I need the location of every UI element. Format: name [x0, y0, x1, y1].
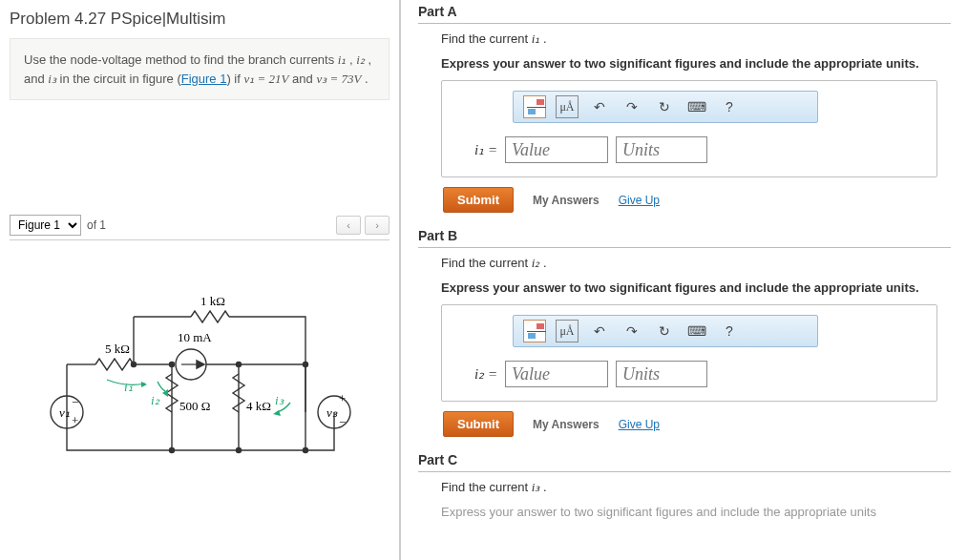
var: i₁	[532, 31, 540, 46]
t: Find the current	[441, 256, 532, 270]
figure-toolbar: Figure 1 of 1 ‹ ›	[10, 215, 389, 240]
label-5k: 5 kΩ	[105, 342, 130, 356]
part-b-submit-button[interactable]: Submit	[443, 411, 514, 437]
svg-point-9	[304, 448, 308, 453]
var: i₂	[532, 256, 540, 270]
part-b-title: Part B	[418, 228, 951, 248]
help-icon[interactable]: ?	[718, 95, 741, 118]
svg-text:−: −	[339, 415, 346, 429]
figure-area: 1 kΩ 5 kΩ 10 mA 500 Ω 4 kΩ v₁ v₃ −+ +− i…	[10, 240, 389, 510]
part-c-instruction-cut: Express your answer to two significant f…	[441, 505, 937, 519]
part-b-lhs: i₂ =	[474, 365, 497, 383]
label-4k: 4 kΩ	[246, 399, 271, 413]
part-a-answer-block: μÅ ↶ ↷ ↻ ⌨ ? i₁ =	[441, 80, 937, 177]
part-a-instruction: Express your answer to two significant f…	[441, 56, 937, 71]
part-c-title: Part C	[418, 452, 951, 472]
figure-next-button[interactable]: ›	[365, 216, 389, 235]
undo-icon[interactable]: ↶	[588, 95, 611, 118]
t: ,	[346, 52, 356, 67]
part-b-find: Find the current i₂ .	[441, 256, 937, 271]
svg-point-7	[170, 448, 175, 453]
part-b-answer-block: μÅ ↶ ↷ ↻ ⌨ ? i₂ =	[441, 304, 937, 402]
label-i3: i₃	[275, 393, 284, 407]
label-i1: i₁	[124, 380, 133, 394]
part-b-giveup-link[interactable]: Give Up	[619, 418, 660, 431]
part-a-title: Part A	[418, 4, 951, 24]
label-v1: v₁	[59, 405, 70, 420]
help-icon[interactable]: ?	[718, 320, 741, 342]
part-a-lhs: i₁ =	[474, 141, 497, 158]
reset-icon[interactable]: ↻	[653, 320, 676, 342]
svg-point-4	[170, 363, 175, 367]
template-icon[interactable]	[523, 320, 546, 342]
t: .	[539, 256, 546, 270]
figure-count: of 1	[87, 218, 106, 232]
t: .	[539, 31, 546, 46]
t: .	[539, 480, 546, 494]
t: .	[361, 72, 368, 86]
svg-text:+: +	[72, 413, 78, 427]
answer-toolbar: μÅ ↶ ↷ ↻ ⌨ ?	[513, 315, 818, 347]
part-b-instruction: Express your answer to two significant f…	[441, 280, 937, 295]
t: ) if	[226, 72, 243, 86]
problem-statement: Use the node-voltage method to find the …	[10, 38, 389, 100]
svg-text:+: +	[339, 391, 346, 405]
t: in the circuit in figure (	[56, 72, 181, 86]
undo-icon[interactable]: ↶	[588, 320, 611, 342]
units-button[interactable]: μÅ	[556, 95, 579, 118]
part-a-giveup-link[interactable]: Give Up	[619, 194, 660, 207]
part-a-units-input[interactable]	[616, 136, 707, 163]
label-i2: i₂	[151, 393, 160, 407]
redo-icon[interactable]: ↷	[621, 320, 643, 342]
figure-prev-button[interactable]: ‹	[336, 216, 361, 235]
v3eq: v₃ = 73V	[316, 72, 361, 86]
keyboard-icon[interactable]: ⌨	[685, 320, 708, 342]
prob-text: Use the node-voltage method to find the …	[24, 52, 338, 67]
part-a-value-input[interactable]	[505, 136, 608, 163]
label-1k: 1 kΩ	[200, 294, 225, 308]
i3-sym: i₃	[48, 72, 56, 86]
units-button[interactable]: μÅ	[556, 320, 579, 342]
part-b-units-input[interactable]	[616, 361, 707, 387]
var: i₃	[532, 480, 540, 494]
v1eq: v₁ = 21V	[243, 72, 288, 86]
template-icon[interactable]	[523, 95, 546, 118]
circuit-diagram: 1 kΩ 5 kΩ 10 mA 500 Ω 4 kΩ v₁ v₃ −+ +− i…	[19, 288, 363, 488]
t: Find the current	[441, 31, 532, 46]
part-a-submit-button[interactable]: Submit	[443, 187, 514, 213]
redo-icon[interactable]: ↷	[621, 95, 643, 118]
figure-select[interactable]: Figure 1	[10, 215, 81, 236]
svg-text:−: −	[72, 395, 78, 409]
svg-point-3	[132, 363, 137, 367]
keyboard-icon[interactable]: ⌨	[685, 95, 708, 118]
answer-toolbar: μÅ ↶ ↷ ↻ ⌨ ?	[513, 91, 818, 123]
part-a-find: Find the current i₁ .	[441, 31, 937, 47]
part-a-my-answers: My Answers	[533, 194, 600, 207]
label-500: 500 Ω	[179, 399, 210, 413]
part-c-find: Find the current i₃ .	[441, 480, 937, 495]
label-v3: v₃	[326, 405, 338, 420]
t: Find the current	[441, 480, 532, 494]
right-pane: Part A Find the current i₁ . Express you…	[401, 0, 968, 560]
reset-icon[interactable]: ↻	[653, 95, 676, 118]
part-b-value-input[interactable]	[505, 361, 608, 387]
part-b-my-answers: My Answers	[533, 418, 600, 431]
svg-point-8	[237, 448, 242, 453]
left-pane: Problem 4.27 PSpice|Multisim Use the nod…	[0, 0, 401, 560]
svg-point-6	[304, 363, 308, 367]
problem-title: Problem 4.27 PSpice|Multisim	[10, 6, 389, 38]
i2-sym: i₂	[356, 52, 365, 67]
figure-link[interactable]: Figure 1	[181, 72, 227, 86]
t: and	[288, 72, 316, 86]
label-10ma: 10 mA	[178, 330, 212, 344]
svg-point-5	[237, 363, 242, 367]
